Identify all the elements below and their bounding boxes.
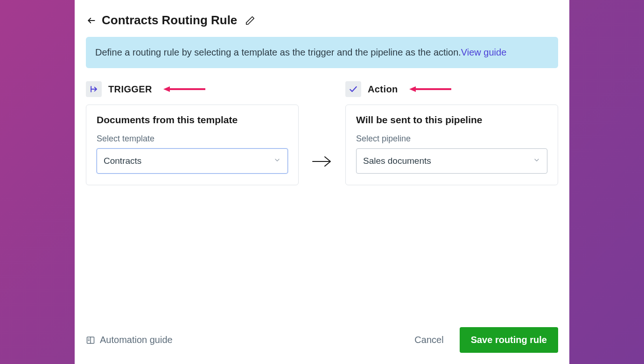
action-column: Action Will be sent to this pipeline Sel…: [345, 81, 558, 185]
view-guide-link[interactable]: View guide: [461, 47, 506, 57]
trigger-section-label: TRIGGER: [108, 84, 152, 95]
automation-guide-link[interactable]: Automation guide: [86, 335, 173, 345]
svg-marker-7: [409, 86, 416, 92]
workflow-arrow: [299, 81, 345, 185]
template-field-label: Select template: [97, 134, 288, 144]
action-section-header: Action: [345, 81, 558, 97]
trigger-card-title: Documents from this template: [97, 114, 288, 126]
trigger-card: Documents from this template Select temp…: [86, 105, 299, 185]
footer-actions: Cancel Save routing rule: [414, 327, 558, 353]
info-banner-text: Define a routing rule by selecting a tem…: [95, 47, 461, 57]
footer: Automation guide Cancel Save routing rul…: [86, 327, 558, 353]
action-card-title: Will be sent to this pipeline: [356, 114, 547, 126]
pencil-icon: [245, 15, 255, 26]
automation-guide-label: Automation guide: [100, 335, 173, 345]
trigger-badge: [86, 81, 102, 97]
page-title: Contracts Routing Rule: [102, 13, 237, 28]
trigger-section-header: TRIGGER: [86, 81, 299, 97]
pipeline-select[interactable]: Sales documents: [356, 148, 547, 174]
pipeline-select-value: Sales documents: [363, 156, 431, 166]
action-badge: [345, 81, 361, 97]
chevron-down-icon: [533, 156, 540, 166]
pipeline-field-label: Select pipeline: [356, 134, 547, 144]
pointer-arrow-icon: [163, 85, 205, 93]
check-icon: [349, 84, 358, 94]
header: Contracts Routing Rule: [75, 13, 569, 37]
routing-rule-panel: Contracts Routing Rule Define a routing …: [75, 0, 569, 364]
book-icon: [86, 336, 95, 345]
annotation-arrow-action: [409, 85, 451, 93]
info-banner: Define a routing rule by selecting a tem…: [86, 37, 558, 68]
chevron-down-icon: [273, 156, 281, 166]
trigger-icon: [89, 84, 98, 94]
pointer-arrow-icon: [409, 85, 451, 93]
action-card: Will be sent to this pipeline Select pip…: [345, 105, 558, 185]
arrow-right-icon: [312, 154, 332, 168]
action-section-label: Action: [368, 84, 398, 95]
back-button[interactable]: [86, 15, 97, 26]
template-select-value: Contracts: [104, 156, 141, 166]
template-select[interactable]: Contracts: [97, 148, 288, 174]
arrow-left-icon: [87, 16, 96, 25]
workflow-row: TRIGGER Documents from this template Sel…: [75, 81, 569, 185]
edit-title-button[interactable]: [244, 14, 257, 27]
svg-marker-4: [163, 86, 170, 92]
annotation-arrow-trigger: [163, 85, 205, 93]
cancel-button[interactable]: Cancel: [414, 335, 443, 345]
trigger-column: TRIGGER Documents from this template Sel…: [86, 81, 299, 185]
save-routing-rule-button[interactable]: Save routing rule: [460, 327, 558, 353]
